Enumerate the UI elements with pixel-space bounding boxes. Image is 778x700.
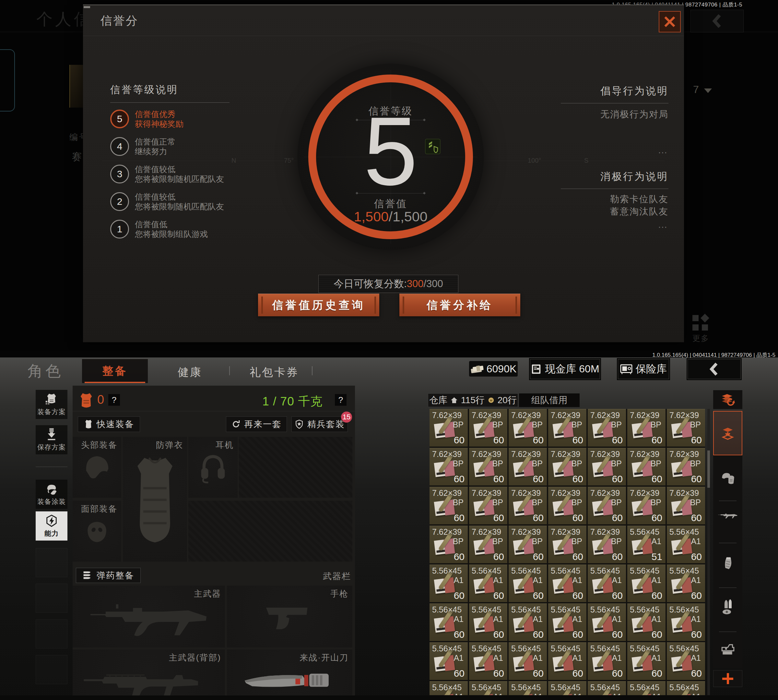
warehouse-item-ammo[interactable]: 5.56×45A160 (588, 642, 626, 680)
warehouse-item-ammo[interactable]: 7.62×39BP60 (548, 409, 586, 447)
filter-attachment-button[interactable] (713, 642, 742, 657)
slot-body-armor[interactable]: 防弹衣 (123, 437, 187, 562)
warehouse-item-ammo[interactable]: 7.62×39BP60 (429, 487, 468, 524)
warehouse-item-ammo[interactable]: 5.56×45A160 (469, 565, 508, 602)
warehouse-item-ammo[interactable]: 7.62×39BP60 (469, 409, 508, 447)
warehouse-item-ammo[interactable]: 5.56×45A160 (667, 681, 705, 695)
warehouse-tab[interactable]: 仓库 115行 20行 (428, 393, 518, 407)
warehouse-item-ammo[interactable]: 7.62×39BP60 (548, 448, 586, 485)
warehouse-item-ammo[interactable]: 7.62×39BP60 (469, 526, 508, 563)
team-borrow-tab[interactable]: 组队借用 (519, 393, 579, 407)
warehouse-item-ammo[interactable]: 5.56×45A160 (627, 603, 666, 641)
sort-refresh-button[interactable] (713, 390, 742, 409)
warehouse-item-ammo[interactable]: 7.62×39BP60 (588, 487, 626, 524)
warehouse-item-ammo[interactable]: 5.56×45A160 (429, 642, 468, 680)
warehouse-item-ammo[interactable]: 7.62×39BP60 (548, 526, 586, 563)
warehouse-item-ammo[interactable]: 5.56×45A160 (429, 681, 468, 695)
warehouse-item-ammo[interactable]: 7.62×39BP60 (429, 409, 468, 447)
paint-icon (45, 482, 58, 496)
secure-vault-button[interactable]: 保险库 (618, 359, 669, 379)
warehouse-item-ammo[interactable]: 5.56×45A160 (627, 565, 666, 602)
slot-head-gear[interactable]: 头部装备 (73, 437, 121, 498)
warehouse-item-ammo[interactable]: 5.56×45A160 (469, 642, 508, 680)
warehouse-item-ammo[interactable]: 7.62×39BP60 (627, 409, 666, 447)
tab-gear[interactable]: 整备 (82, 359, 148, 383)
cash-vault-button[interactable]: 现金库 60M (530, 359, 600, 379)
warehouse-item-ammo[interactable]: 5.56×45A160 (548, 565, 586, 602)
warehouse-item-ammo[interactable]: 7.62×39BP60 (588, 409, 626, 447)
tab-health[interactable]: 健康 (178, 365, 202, 380)
slot-face-gear[interactable]: 面部装备 (73, 501, 121, 562)
warehouse-item-ammo[interactable]: 5.56×45A160 (548, 642, 586, 680)
warehouse-item-ammo[interactable]: 5.56×45A160 (667, 565, 705, 602)
magazine-icon (720, 555, 735, 572)
warehouse-item-ammo[interactable]: 5.56×45A160 (627, 642, 666, 680)
ammo-loadout-button[interactable]: 弹药整备 (76, 568, 141, 583)
warehouse-item-ammo[interactable]: 5.56×45A160 (667, 526, 705, 563)
level-item-5: 5 信誉值优秀获得神秘奖励 (110, 105, 311, 133)
filter-weapon-button[interactable] (713, 510, 742, 520)
warehouse-item-ammo[interactable]: 7.62×39BP60 (429, 526, 468, 563)
sidebar-item-equip-paint[interactable]: 装备涂装 (36, 480, 67, 509)
warehouse-item-ammo[interactable]: 7.62×39BP60 (667, 448, 705, 485)
slot-primary-weapon-back[interactable]: 主武器(背部) (73, 650, 225, 700)
warehouse-scrollbar (707, 409, 710, 695)
warehouse-item-ammo[interactable]: 7.62×39BP60 (588, 526, 626, 563)
filter-stack-deposit-active[interactable] (713, 411, 742, 455)
armor-durability-icon (79, 392, 93, 410)
grid-menu-icon (693, 315, 708, 330)
warehouse-item-ammo[interactable]: 5.56×45A160 (509, 565, 547, 602)
warehouse-item-ammo[interactable]: 7.62×39BP60 (588, 448, 626, 485)
filter-armor-button[interactable] (713, 470, 742, 486)
tab-coupons[interactable]: 礼包卡券 (250, 365, 299, 380)
slot-melee-weapon[interactable]: 来战·开山刀 (227, 650, 352, 700)
warehouse-item-ammo[interactable]: 5.56×45A160 (667, 603, 705, 641)
slot-primary-weapon[interactable]: 主武器 (73, 586, 225, 648)
warehouse-item-ammo[interactable]: 5.56×45A151 (627, 526, 666, 563)
slot-headset[interactable]: 耳机 (188, 437, 238, 498)
warehouse-item-ammo[interactable]: 7.62×39BP60 (548, 487, 586, 524)
weight-help-button[interactable]: ? (335, 394, 347, 406)
warehouse-item-ammo[interactable]: 5.56×45A160 (509, 603, 547, 641)
warehouse-item-ammo[interactable]: 7.62×39BP60 (469, 448, 508, 485)
add-filter-button[interactable] (713, 670, 742, 687)
warehouse-item-ammo[interactable]: 5.56×45A160 (667, 642, 705, 680)
warehouse-item-ammo[interactable]: 5.56×45A160 (588, 603, 626, 641)
sidebar-item-equip-plan[interactable]: 装备方案 (36, 390, 67, 419)
warehouse-item-ammo[interactable]: 7.62×39BP60 (469, 487, 508, 524)
warehouse-item-ammo[interactable]: 5.56×45A160 (588, 565, 626, 602)
warehouse-item-ammo[interactable]: 5.56×45A160 (627, 681, 666, 695)
warehouse-item-ammo[interactable]: 5.56×45A160 (469, 603, 508, 641)
warehouse-item-ammo[interactable]: 5.56×45A160 (588, 681, 626, 695)
warehouse-item-ammo[interactable]: 5.56×45A160 (548, 681, 586, 695)
warehouse-item-ammo[interactable]: 5.56×45A160 (548, 603, 586, 641)
warehouse-item-ammo[interactable]: 7.62×39BP60 (429, 448, 468, 485)
armor-help-button[interactable]: ? (108, 394, 120, 406)
warehouse-item-ammo[interactable]: 7.62×39BP60 (627, 448, 666, 485)
back-button[interactable] (688, 359, 741, 379)
filter-ammo-button[interactable] (713, 598, 742, 616)
warehouse-item-ammo[interactable]: 7.62×39BP60 (667, 487, 705, 524)
scrollbar-thumb[interactable] (707, 450, 710, 488)
warehouse-item-ammo[interactable]: 7.62×39BP60 (627, 487, 666, 524)
warehouse-item-ammo[interactable]: 7.62×39BP60 (509, 448, 547, 485)
quick-equip-button[interactable]: 快速装备 (78, 417, 140, 432)
warehouse-item-ammo[interactable]: 5.56×45A160 (509, 681, 547, 695)
slot-pistol[interactable]: 手枪 (227, 586, 352, 648)
warehouse-item-ammo[interactable]: 5.56×45A160 (429, 603, 468, 641)
filter-magazine-button[interactable] (713, 555, 742, 572)
credit-history-button[interactable]: 信誉值历史查询 (258, 293, 379, 316)
elite-set-button[interactable]: 精兵套装 (291, 417, 348, 432)
warehouse-item-ammo[interactable]: 5.56×45A160 (429, 565, 468, 602)
warehouse-item-ammo[interactable]: 5.56×45A160 (509, 642, 547, 680)
warehouse-item-ammo[interactable]: 7.62×39BP60 (509, 409, 547, 447)
sidebar-item-ability[interactable]: 能力 (36, 512, 67, 540)
close-icon[interactable] (659, 11, 681, 32)
warehouse-item-ammo[interactable]: 7.62×39BP60 (667, 409, 705, 447)
warehouse-item-ammo[interactable]: 7.62×39BP60 (509, 487, 547, 524)
warehouse-item-ammo[interactable]: 5.56×45A160 (469, 681, 508, 695)
reroll-set-button[interactable]: 再来一套 (226, 417, 287, 432)
sidebar-item-save-plan[interactable]: 保存方案 (36, 425, 67, 454)
warehouse-item-ammo[interactable]: 7.62×39BP60 (509, 526, 547, 563)
credit-supply-button[interactable]: 信誉分补给 (399, 293, 520, 316)
